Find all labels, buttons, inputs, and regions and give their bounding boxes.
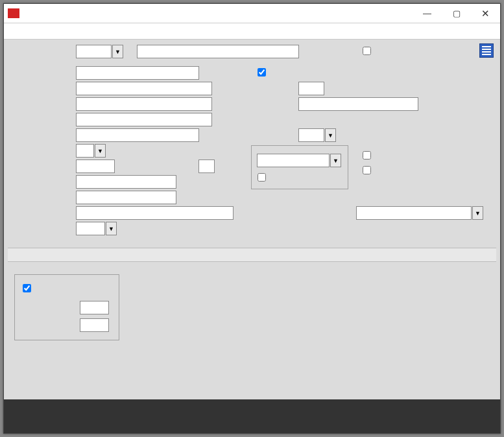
app-logo xyxy=(8,8,19,18)
name-input[interactable] xyxy=(76,66,199,80)
warehouse-input[interactable] xyxy=(298,128,324,142)
hamburger-icon[interactable] xyxy=(479,43,494,58)
maximize-button[interactable]: ▢ xyxy=(442,4,471,23)
delivery-interface-group: ▼ xyxy=(251,145,348,189)
disable-branch-checkbox[interactable] xyxy=(363,47,371,55)
content-area: ▼ ▼ ▼ xyxy=(4,40,500,399)
company-input[interactable] xyxy=(76,82,212,95)
print-address-check[interactable] xyxy=(258,68,269,77)
state-input[interactable] xyxy=(76,144,94,158)
branch-desc-input[interactable] xyxy=(137,45,299,58)
address1-input[interactable] xyxy=(76,97,212,111)
disable-delivery-checkbox[interactable] xyxy=(258,173,266,182)
delivery-std-dropdown[interactable]: ▼ xyxy=(330,154,341,167)
print-address-checkbox[interactable] xyxy=(258,68,266,77)
enable-whs-check[interactable] xyxy=(363,166,374,174)
menubar xyxy=(4,23,500,40)
disable-delivery-check[interactable] xyxy=(258,173,269,182)
sponsor-input[interactable] xyxy=(80,301,109,314)
disable-zip-check[interactable] xyxy=(363,151,374,159)
enable-whs-checkbox[interactable] xyxy=(363,166,371,174)
enable-air-check[interactable] xyxy=(23,284,34,292)
city-input[interactable] xyxy=(76,128,199,142)
branch-id-input[interactable] xyxy=(76,45,112,58)
taxid-input[interactable] xyxy=(298,97,418,111)
window: — ▢ ✕ ▼ ▼ xyxy=(3,3,501,434)
address2-input[interactable] xyxy=(76,113,212,126)
state-dropdown[interactable]: ▼ xyxy=(95,144,106,158)
delivery-std-input[interactable] xyxy=(257,154,330,167)
location-input[interactable] xyxy=(80,318,109,332)
warehouse-dropdown[interactable]: ▼ xyxy=(325,128,336,142)
email-input[interactable] xyxy=(76,206,234,220)
minimize-button[interactable]: — xyxy=(413,4,442,23)
air-miles-group xyxy=(14,274,119,340)
taxloc-input[interactable] xyxy=(76,222,105,235)
taxloc-dropdown[interactable]: ▼ xyxy=(106,222,117,235)
offset-input[interactable] xyxy=(298,82,324,95)
function-key-bar xyxy=(4,399,500,433)
fax-input[interactable] xyxy=(76,191,176,204)
enable-air-checkbox[interactable] xyxy=(23,284,31,292)
import-catalog-dropdown[interactable]: ▼ xyxy=(472,206,483,220)
tabstrip xyxy=(8,248,496,262)
zip-input[interactable] xyxy=(76,159,115,173)
phone-input[interactable] xyxy=(76,175,176,189)
import-catalog-input[interactable] xyxy=(356,206,472,220)
branch-id-dropdown[interactable]: ▼ xyxy=(112,45,123,58)
titlebar: — ▢ ✕ xyxy=(4,4,500,23)
disable-branch-check[interactable] xyxy=(363,47,374,55)
disable-zip-checkbox[interactable] xyxy=(363,151,371,159)
delivery-point-input[interactable] xyxy=(198,159,215,173)
close-button[interactable]: ✕ xyxy=(471,4,500,23)
